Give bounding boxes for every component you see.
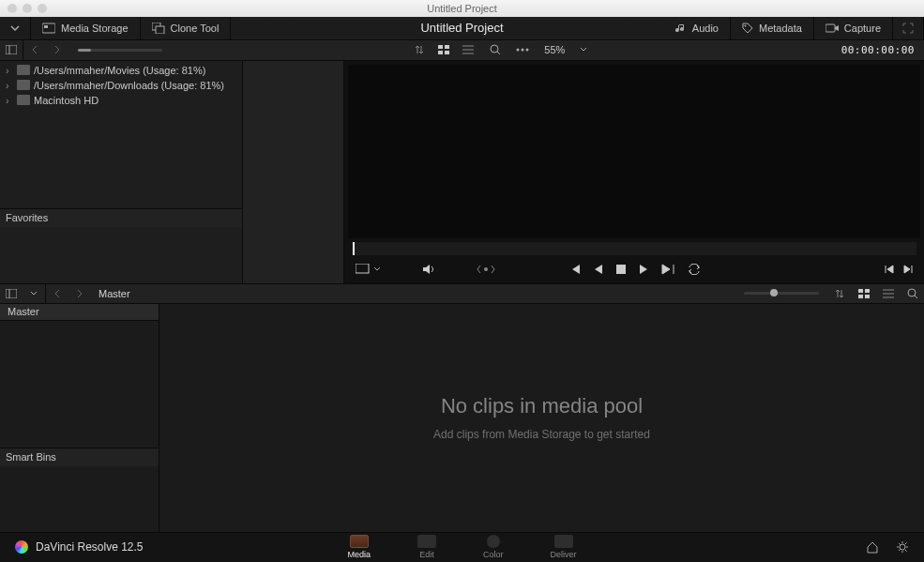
svg-rect-25 <box>858 289 863 293</box>
svg-point-21 <box>484 267 488 271</box>
viewer-canvas <box>348 65 920 238</box>
minimize-window-icon[interactable] <box>23 4 32 13</box>
tab-label: Deliver <box>551 550 577 559</box>
panel-layout-button[interactable] <box>0 39 23 60</box>
svg-rect-10 <box>438 51 443 54</box>
tab-color[interactable]: Color <box>483 535 504 559</box>
media-storage-button[interactable]: Media Storage <box>31 17 141 39</box>
thumbnail-size-slider[interactable] <box>78 49 162 52</box>
go-to-end-button[interactable] <box>661 264 674 275</box>
preview-strip <box>243 61 344 283</box>
app-name: DaVinci Resolve 12.5 <box>36 540 144 554</box>
list-view-button[interactable] <box>457 39 479 60</box>
sort-button[interactable] <box>408 39 431 60</box>
tree-item[interactable]: › Macintosh HD <box>0 93 242 108</box>
project-title: Untitled Project <box>420 21 503 35</box>
bins-body <box>0 321 159 448</box>
workspace-dropdown[interactable] <box>0 17 31 39</box>
favorites-header[interactable]: Favorites <box>0 208 242 227</box>
smart-bins-header[interactable]: Smart Bins <box>0 448 159 466</box>
step-back-button[interactable] <box>594 264 603 275</box>
svg-rect-23 <box>6 289 17 298</box>
list-icon <box>883 289 894 298</box>
capture-label: Capture <box>844 23 881 34</box>
project-settings-button[interactable] <box>896 540 909 554</box>
stop-button[interactable] <box>616 265 626 274</box>
go-to-start-button[interactable] <box>568 264 581 275</box>
chevron-right-icon: › <box>6 65 13 76</box>
app-branding: DaVinci Resolve 12.5 <box>15 540 144 554</box>
pool-grid-view[interactable] <box>853 283 875 304</box>
tag-icon <box>742 23 753 34</box>
nav-forward-button[interactable] <box>46 39 68 60</box>
svg-point-15 <box>491 45 498 53</box>
svg-point-4 <box>744 24 746 26</box>
search-icon <box>490 44 501 55</box>
svg-rect-27 <box>858 295 863 298</box>
play-button[interactable] <box>639 264 648 275</box>
pool-sort-button[interactable] <box>828 283 851 304</box>
pool-search-button[interactable] <box>901 283 924 304</box>
tree-item[interactable]: › /Users/mmaher/Movies (Usage: 81%) <box>0 63 242 78</box>
home-icon <box>866 540 879 554</box>
match-frame-button[interactable] <box>477 265 495 274</box>
bins-panel: Master Smart Bins <box>0 304 159 532</box>
tab-media[interactable]: Media <box>347 535 371 559</box>
metadata-button[interactable]: Metadata <box>731 17 814 39</box>
storage-tree: › /Users/mmaher/Movies (Usage: 81%) › /U… <box>0 61 242 208</box>
tree-item-label: /Users/mmaher/Downloads (Usage: 81%) <box>34 80 224 91</box>
expand-icon <box>902 23 914 34</box>
list-icon <box>462 45 474 54</box>
skip-forward-icon <box>661 264 674 275</box>
timecode-display[interactable]: 00:00:00:00 <box>832 44 924 56</box>
media-storage-icon <box>42 23 55 34</box>
next-clip-button[interactable] <box>903 265 913 274</box>
pool-list-view[interactable] <box>877 283 900 304</box>
home-button[interactable] <box>866 540 879 554</box>
tree-item[interactable]: › /Users/mmaher/Downloads (Usage: 81%) <box>0 78 242 93</box>
close-window-icon[interactable] <box>8 4 17 13</box>
prev-clip-button[interactable] <box>885 265 894 274</box>
nav-back-button[interactable] <box>23 39 46 60</box>
svg-point-18 <box>522 49 524 52</box>
fullscreen-button[interactable] <box>893 17 924 39</box>
viewer-mode-button[interactable] <box>356 264 381 275</box>
zoom-level[interactable]: 55% <box>544 44 565 55</box>
options-button[interactable] <box>511 39 534 60</box>
grid-icon <box>858 289 870 298</box>
zoom-dropdown[interactable] <box>572 39 595 60</box>
pool-dropdown[interactable] <box>23 283 45 304</box>
loop-button[interactable] <box>688 264 701 275</box>
pool-nav-back[interactable] <box>46 283 68 304</box>
grid-view-button[interactable] <box>432 39 455 60</box>
layout-icon <box>6 45 17 54</box>
svg-point-34 <box>900 544 905 550</box>
svg-line-33 <box>915 296 917 298</box>
top-toolbar: Media Storage Clone Tool Untitled Projec… <box>0 17 924 40</box>
macos-titlebar: Untitled Project <box>0 0 924 17</box>
tab-label: Color <box>483 550 504 559</box>
media-pool[interactable]: No clips in media pool Add clips from Me… <box>159 304 924 532</box>
layout-icon <box>6 289 17 298</box>
pool-breadcrumb[interactable]: Master <box>91 288 138 299</box>
tab-deliver[interactable]: Deliver <box>551 535 577 559</box>
clone-tool-label: Clone Tool <box>171 23 220 34</box>
viewer-timeline[interactable] <box>352 242 916 255</box>
mute-button[interactable] <box>422 264 435 275</box>
zoom-window-icon[interactable] <box>38 4 47 13</box>
pool-nav-forward[interactable] <box>68 283 91 304</box>
loop-icon <box>688 264 701 275</box>
svg-rect-6 <box>6 45 17 54</box>
svg-line-16 <box>497 52 500 54</box>
metadata-label: Metadata <box>759 23 802 34</box>
capture-button[interactable]: Capture <box>814 17 893 39</box>
pool-layout-button[interactable] <box>0 283 23 304</box>
source-viewer <box>344 61 924 283</box>
tab-edit[interactable]: Edit <box>417 535 436 559</box>
bins-master[interactable]: Master <box>0 304 159 321</box>
clone-tool-button[interactable]: Clone Tool <box>141 17 232 39</box>
search-button[interactable] <box>484 39 507 60</box>
playhead-icon[interactable] <box>353 242 355 255</box>
pool-thumb-slider[interactable] <box>744 292 819 295</box>
audio-button[interactable]: Audio <box>664 17 731 39</box>
